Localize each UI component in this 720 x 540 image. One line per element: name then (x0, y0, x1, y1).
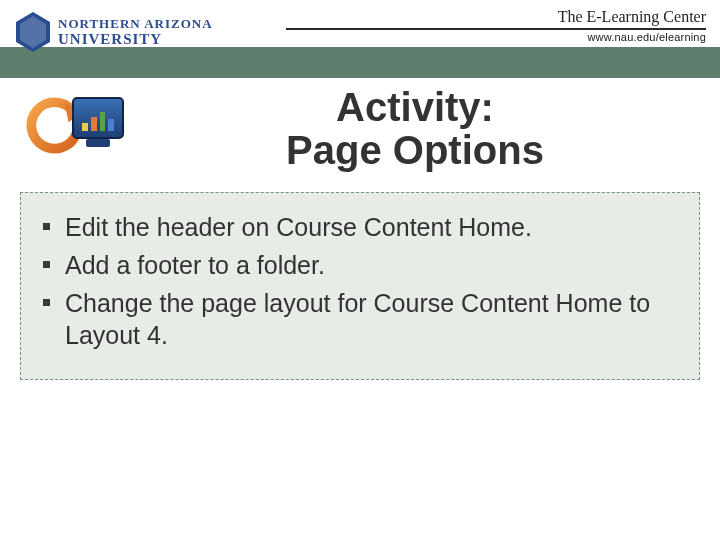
bullet-list: Edit the header on Course Content Home. … (43, 211, 677, 351)
site-url: www.nau.edu/elearning (286, 31, 706, 43)
slide-title-line1: Activity: (336, 85, 494, 129)
list-item: Change the page layout for Course Conten… (43, 287, 677, 351)
header-divider (286, 28, 706, 30)
list-item: Edit the header on Course Content Home. (43, 211, 677, 243)
nau-shield-icon (16, 12, 50, 52)
slide-title-line2: Page Options (286, 128, 544, 172)
title-row: Activity: Page Options (0, 78, 720, 178)
content-box: Edit the header on Course Content Home. … (20, 192, 700, 380)
org-name-line2: UNIVERSITY (58, 32, 213, 47)
header-right: The E-Learning Center www.nau.edu/elearn… (286, 8, 706, 43)
activity-icon (24, 89, 134, 169)
center-name: The E-Learning Center (286, 8, 706, 26)
org-name: NORTHERN ARIZONA UNIVERSITY (58, 17, 213, 47)
monitor-chart-icon (72, 97, 124, 139)
org-logo: NORTHERN ARIZONA UNIVERSITY (16, 12, 213, 52)
slide-header: NORTHERN ARIZONA UNIVERSITY The E-Learni… (0, 0, 720, 78)
org-name-line1: NORTHERN ARIZONA (58, 17, 213, 30)
slide-title: Activity: Page Options (134, 86, 696, 172)
list-item: Add a footer to a folder. (43, 249, 677, 281)
